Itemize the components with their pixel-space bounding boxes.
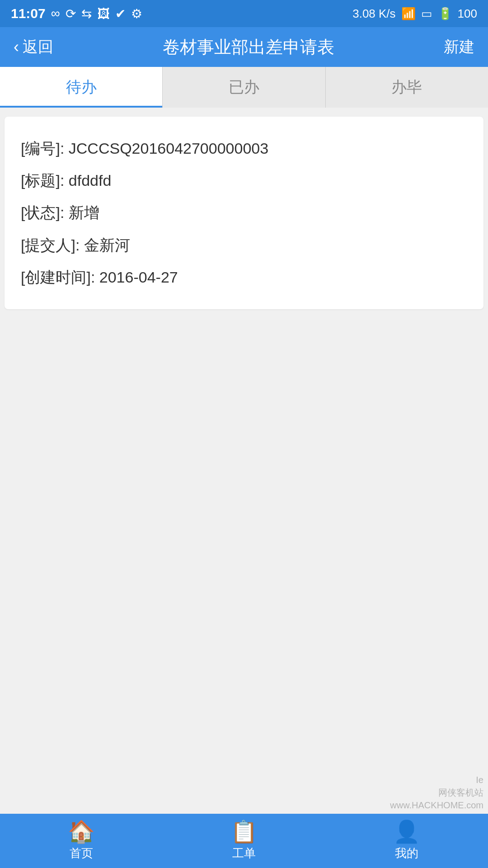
bottom-nav-mine[interactable]: 👤 我的 (325, 814, 488, 868)
status-value: 新增 (69, 204, 99, 221)
tasks-icon: 📋 (230, 821, 258, 843)
tab-done[interactable]: 已办 (163, 67, 325, 108)
wifi-icon: 📶 (401, 7, 416, 21)
status-bar-left: 11:07 ∞ ⟳ ⇆ 🖼 ✔ ⚙ (11, 6, 142, 21)
network-speed: 3.08 K/s (352, 7, 395, 21)
field-title: [标题]: dfddfd (21, 167, 467, 194)
status-label: [状态]: (21, 204, 64, 221)
tab-pending[interactable]: 待办 (0, 67, 162, 108)
bottom-nav-tasks[interactable]: 📋 工单 (163, 814, 325, 868)
created-label: [创建时间]: (21, 269, 95, 286)
back-label: 返回 (23, 37, 53, 57)
number-label: [编号]: (21, 140, 64, 157)
home-icon: 🏠 (68, 821, 95, 843)
tasks-label: 工单 (232, 845, 256, 861)
tab-bar: 待办 已办 办毕 (0, 67, 488, 108)
bottom-nav: 🏠 首页 📋 工单 👤 我的 (0, 814, 488, 868)
field-status: [状态]: 新增 (21, 199, 467, 226)
sync-icon: ⟳ (66, 6, 76, 21)
title-value: dfddfd (69, 172, 112, 189)
battery-icon: 🔋 (438, 7, 452, 21)
submitter-label: [提交人]: (21, 236, 80, 254)
nav-bar: ‹ 返回 卷材事业部出差申请表 新建 (0, 27, 488, 67)
usb-icon: ⇆ (81, 6, 92, 21)
mine-icon: 👤 (393, 821, 420, 843)
page-title: 卷材事业部出差申请表 (53, 36, 444, 59)
bottom-nav-home[interactable]: 🏠 首页 (0, 814, 163, 868)
title-label: [标题]: (21, 172, 64, 189)
field-number: [编号]: JCCCSQ2016042700000003 (21, 135, 467, 162)
status-bar-right: 3.08 K/s 📶 ▭ 🔋 100 (352, 7, 477, 21)
status-time: 11:07 (11, 6, 46, 21)
back-button[interactable]: ‹ 返回 (14, 37, 53, 57)
field-submitter: [提交人]: 金新河 (21, 231, 467, 259)
tab-completed[interactable]: 办毕 (326, 67, 488, 108)
content-area: [编号]: JCCCSQ2016042700000003 [标题]: dfddf… (0, 108, 488, 868)
home-label: 首页 (70, 845, 93, 861)
field-created: [创建时间]: 2016-04-27 (21, 264, 467, 291)
signal-icon: ▭ (421, 7, 432, 21)
back-arrow-icon: ‹ (14, 38, 19, 57)
image-icon: 🖼 (97, 6, 110, 21)
status-bar: 11:07 ∞ ⟳ ⇆ 🖼 ✔ ⚙ 3.08 K/s 📶 ▭ 🔋 100 (0, 0, 488, 27)
created-value: 2016-04-27 (99, 269, 178, 286)
infinity-icon: ∞ (51, 6, 60, 21)
new-button[interactable]: 新建 (444, 37, 474, 57)
number-value: JCCCSQ2016042700000003 (69, 140, 268, 157)
record-card[interactable]: [编号]: JCCCSQ2016042700000003 [标题]: dfddf… (5, 117, 483, 309)
person-icon: ⚙ (131, 6, 142, 21)
app-container: 11:07 ∞ ⟳ ⇆ 🖼 ✔ ⚙ 3.08 K/s 📶 ▭ 🔋 100 ‹ 返… (0, 0, 488, 868)
battery-level: 100 (458, 7, 477, 21)
mine-label: 我的 (395, 845, 418, 861)
check-icon: ✔ (115, 6, 126, 21)
submitter-value: 金新河 (84, 236, 130, 254)
